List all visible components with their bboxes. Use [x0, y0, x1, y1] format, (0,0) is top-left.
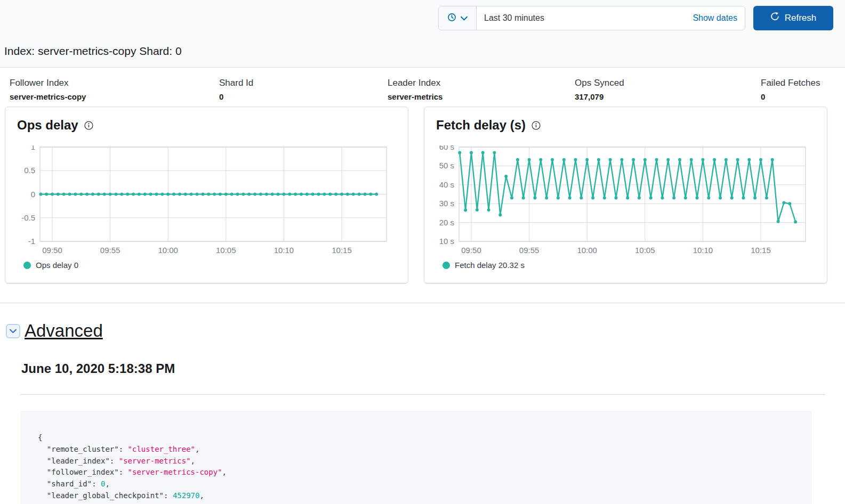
- svg-text:0.5: 0.5: [24, 166, 35, 175]
- stat-label: Failed Fetches: [761, 78, 820, 88]
- ops-delay-legend: Ops delay 0: [23, 261, 78, 270]
- stat-value: 0: [761, 92, 820, 101]
- svg-text:10:15: 10:15: [751, 246, 771, 255]
- svg-text:10:05: 10:05: [216, 246, 236, 255]
- svg-text:0: 0: [31, 190, 35, 199]
- svg-text:1: 1: [31, 145, 35, 151]
- stat-label: Ops Synced: [575, 78, 624, 88]
- svg-text:09:55: 09:55: [519, 246, 540, 255]
- svg-text:10:15: 10:15: [332, 246, 352, 255]
- svg-text:10:05: 10:05: [635, 246, 655, 255]
- code-line: "remote_cluster": "cluster_three",: [38, 444, 794, 456]
- code-line: "follower_index": "server-metrics-copy",: [38, 467, 794, 478]
- fetch-delay-legend: Fetch delay 20.32 s: [442, 261, 525, 270]
- svg-text:10:10: 10:10: [693, 246, 713, 255]
- page-title: Index: server-metrics-copy Shard: 0: [4, 45, 182, 58]
- fetch-delay-chart: 09:5009:5510:0010:0510:1010:1560 s50 s40…: [430, 145, 819, 258]
- time-range-value[interactable]: Last 30 minutes: [477, 13, 693, 23]
- svg-text:10 s: 10 s: [439, 237, 454, 246]
- svg-text:-1: -1: [28, 237, 35, 246]
- svg-text:10:00: 10:00: [158, 246, 178, 255]
- code-line: {: [38, 432, 794, 444]
- info-icon[interactable]: [532, 121, 541, 130]
- snapshot-timestamp: June 10, 2020 5:18:38 PM: [21, 361, 175, 376]
- refresh-button[interactable]: Refresh: [753, 6, 833, 30]
- stat-value: server-metrics: [388, 92, 442, 101]
- legend-label: Ops delay 0: [36, 261, 78, 270]
- fetch-delay-panel: Fetch delay (s) 09:5009:5510:0010:0510:1…: [424, 107, 827, 283]
- stat-value: 0: [219, 92, 253, 101]
- clock-icon: [447, 13, 456, 24]
- super-date-picker[interactable]: Last 30 minutes Show dates: [438, 6, 745, 30]
- fetch-delay-title-row: Fetch delay (s): [436, 118, 541, 133]
- stat-label: Leader Index: [388, 78, 442, 88]
- svg-text:20 s: 20 s: [439, 218, 454, 227]
- refresh-icon: [770, 12, 779, 24]
- svg-text:60 s: 60 s: [439, 145, 454, 151]
- code-line: "leader_index": "server-metrics",: [38, 456, 794, 467]
- legend-dot: [23, 262, 31, 269]
- stat-item: Shard Id0: [219, 78, 253, 101]
- show-dates-link[interactable]: Show dates: [693, 13, 745, 23]
- chevron-down-icon[interactable]: [6, 324, 20, 338]
- chart-title-text: Fetch delay (s): [436, 118, 526, 133]
- ops-delay-chart: 09:5009:5510:0010:0510:1010:1510.50-0.5-…: [11, 145, 400, 258]
- svg-text:40 s: 40 s: [439, 180, 454, 189]
- legend-label: Fetch delay 20.32 s: [455, 261, 525, 270]
- advanced-label: Advanced: [25, 321, 103, 341]
- code-divider: [20, 394, 825, 395]
- stat-value: 317,079: [575, 92, 624, 101]
- svg-text:09:50: 09:50: [42, 246, 62, 255]
- stat-item: Follower Indexserver-metrics-copy: [10, 78, 86, 101]
- code-line: "shard_id": 0,: [38, 478, 794, 490]
- shard-stats-json: { "remote_cluster": "cluster_three", "le…: [20, 411, 812, 504]
- stat-value: server-metrics-copy: [10, 92, 86, 101]
- section-divider: [0, 303, 845, 303]
- chart-title-text: Ops delay: [17, 118, 78, 133]
- stat-item: Failed Fetches0: [761, 78, 820, 101]
- stat-item: Leader Indexserver-metrics: [388, 78, 442, 101]
- quick-select-button[interactable]: [439, 6, 477, 30]
- svg-text:-0.5: -0.5: [21, 213, 35, 222]
- stat-item: Ops Synced317,079: [575, 78, 624, 101]
- ops-delay-title-row: Ops delay: [17, 118, 93, 133]
- advanced-toggle[interactable]: Advanced: [6, 321, 103, 341]
- refresh-button-label: Refresh: [785, 13, 817, 23]
- stat-label: Follower Index: [10, 78, 86, 88]
- chevron-down-icon: [461, 13, 468, 23]
- stats-list: Follower Indexserver-metrics-copyShard I…: [0, 74, 845, 105]
- svg-text:10:10: 10:10: [274, 246, 294, 255]
- svg-text:09:50: 09:50: [461, 246, 481, 255]
- legend-dot: [442, 262, 450, 269]
- svg-text:09:55: 09:55: [100, 246, 120, 255]
- svg-text:50 s: 50 s: [439, 161, 454, 170]
- svg-text:30 s: 30 s: [439, 199, 454, 208]
- ops-delay-panel: Ops delay 09:5009:5510:0010:0510:1010:15…: [5, 107, 408, 283]
- svg-text:10:00: 10:00: [577, 246, 597, 255]
- code-line: "leader_global_checkpoint": 452970,: [38, 490, 794, 502]
- info-icon[interactable]: [84, 121, 93, 130]
- stat-label: Shard Id: [219, 78, 253, 88]
